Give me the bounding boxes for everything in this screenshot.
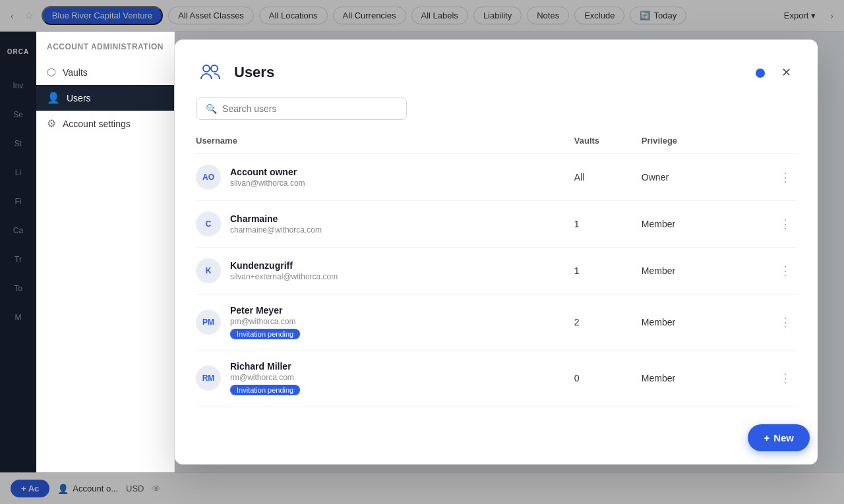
user-email: pm@withorca.com — [230, 317, 300, 326]
users-table: Username Vaults Privilege AO Account own… — [196, 130, 797, 406]
table-row: C Charmaine charmaine@withorca.com 1 Mem… — [196, 201, 797, 248]
users-icon: 👤 — [47, 92, 60, 104]
user-details: Kundenzugriff silvan+external@withorca.c… — [230, 260, 338, 281]
user-info: C Charmaine charmaine@withorca.com — [196, 211, 574, 237]
users-modal: Users ✕ 🔍 Username Vaults Privilege — [175, 40, 818, 464]
table-row: K Kundenzugriff silvan+external@withorca… — [196, 248, 797, 294]
user-action-menu[interactable]: ⋮ — [774, 215, 797, 233]
user-privilege: Member — [642, 350, 737, 406]
user-email: silvan+external@withorca.com — [230, 272, 338, 281]
user-avatar: PM — [196, 310, 221, 335]
user-vaults: 0 — [574, 350, 642, 406]
new-button[interactable]: + New — [748, 424, 810, 451]
modal-indicator-dot — [756, 69, 765, 78]
modal-header: Users ✕ — [175, 40, 818, 98]
new-button-plus: + — [764, 432, 769, 443]
user-privilege: Member — [642, 294, 737, 350]
table-row: AO Account owner silvan@withorca.com All… — [196, 154, 797, 201]
user-action-menu[interactable]: ⋮ — [774, 168, 797, 186]
search-box: 🔍 — [196, 98, 407, 120]
user-privilege: Member — [642, 201, 737, 248]
admin-nav-users[interactable]: 👤 Users — [36, 85, 174, 111]
user-actions[interactable]: ⋮ — [737, 294, 797, 350]
user-actions[interactable]: ⋮ — [737, 154, 797, 201]
user-avatar: K — [196, 258, 221, 283]
user-vaults: 1 — [574, 248, 642, 294]
admin-panel-title: Account administration — [36, 42, 174, 59]
user-vaults: All — [574, 154, 642, 201]
search-input[interactable] — [222, 103, 397, 114]
users-modal-icon — [196, 58, 225, 87]
user-details: Charmaine charmaine@withorca.com — [230, 213, 322, 235]
modal-close-button[interactable]: ✕ — [775, 62, 797, 83]
user-details: Account owner silvan@withorca.com — [230, 167, 305, 188]
modal-search-area: 🔍 — [175, 98, 818, 130]
user-email: rm@withorca.com — [230, 373, 300, 382]
user-name: Charmaine — [230, 213, 322, 224]
invitation-badge: Invitation pending — [230, 329, 300, 339]
modal-title: Users — [234, 64, 274, 81]
user-name: Kundenzugriff — [230, 260, 338, 271]
user-email: silvan@withorca.com — [230, 179, 305, 188]
user-avatar: RM — [196, 366, 221, 391]
user-action-menu[interactable]: ⋮ — [774, 313, 797, 331]
user-privilege: Owner — [642, 154, 737, 201]
user-avatar: C — [196, 211, 221, 237]
svg-point-1 — [211, 65, 218, 72]
user-info: K Kundenzugriff silvan+external@withorca… — [196, 258, 574, 283]
modal-body: Username Vaults Privilege AO Account own… — [175, 130, 818, 464]
account-admin-panel: Account administration ⬡ Vaults 👤 Users … — [36, 32, 175, 472]
user-name: Account owner — [230, 167, 305, 177]
settings-icon: ⚙ — [47, 117, 56, 130]
user-avatar: AO — [196, 165, 221, 190]
new-button-label: New — [773, 432, 794, 443]
table-row: RM Richard Miller rm@withorca.com Invita… — [196, 350, 797, 406]
user-email: charmaine@withorca.com — [230, 225, 322, 235]
user-info: PM Peter Meyer pm@withorca.com Invitatio… — [196, 305, 574, 339]
col-privilege-header: Privilege — [642, 130, 737, 154]
search-icon: 🔍 — [206, 103, 217, 114]
vault-icon: ⬡ — [47, 66, 56, 78]
user-details: Peter Meyer pm@withorca.com Invitation p… — [230, 305, 300, 339]
user-actions[interactable]: ⋮ — [737, 201, 797, 248]
user-actions[interactable]: ⋮ — [737, 350, 797, 406]
user-actions[interactable]: ⋮ — [737, 248, 797, 294]
admin-nav-account-settings[interactable]: ⚙ Account settings — [36, 111, 174, 136]
col-vaults-header: Vaults — [574, 130, 642, 154]
user-info: RM Richard Miller rm@withorca.com Invita… — [196, 361, 574, 395]
user-action-menu[interactable]: ⋮ — [774, 262, 797, 280]
user-action-menu[interactable]: ⋮ — [774, 369, 797, 387]
user-privilege: Member — [642, 248, 737, 294]
user-vaults: 1 — [574, 201, 642, 248]
col-username-header: Username — [196, 130, 574, 154]
admin-nav-vaults[interactable]: ⬡ Vaults — [36, 59, 174, 85]
user-name: Richard Miller — [230, 361, 300, 372]
user-info: AO Account owner silvan@withorca.com — [196, 165, 574, 190]
svg-point-0 — [203, 65, 210, 72]
invitation-badge: Invitation pending — [230, 385, 300, 395]
user-details: Richard Miller rm@withorca.com Invitatio… — [230, 361, 300, 395]
modal-title-area: Users — [196, 58, 274, 87]
user-name: Peter Meyer — [230, 305, 300, 316]
col-actions-header — [737, 130, 797, 154]
table-row: PM Peter Meyer pm@withorca.com Invitatio… — [196, 294, 797, 350]
user-vaults: 2 — [574, 294, 642, 350]
